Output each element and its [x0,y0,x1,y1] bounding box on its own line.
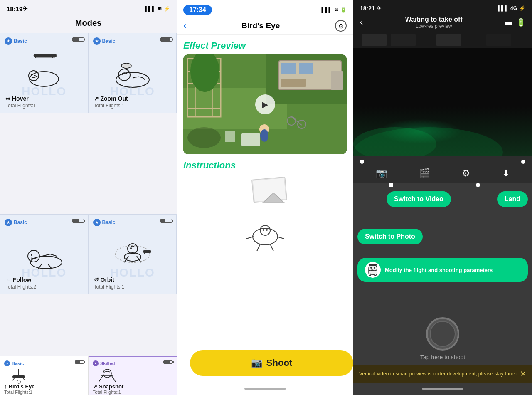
bottom-mode-snapshot[interactable]: ★ Skilled ↗ Snaps [89,356,177,395]
effect-preview-image[interactable]: ▶ [183,54,347,154]
switch-to-photo-button[interactable]: Switch to Photo [357,229,423,244]
shoot-shutter-button[interactable] [426,317,459,351]
effect-preview-title: Effect Preview [177,35,353,54]
modify-params-button[interactable]: Modify the flight and shooting parameter… [357,258,528,282]
birds-eye-flights-bottom: Total Flights:1 [4,390,84,395]
slider-dot-right-lower [476,183,480,187]
warning-close-button[interactable]: ✕ [520,369,526,378]
status-bar-1: 18:19 ✈ ▌▌▌ ≋ ⚡ [0,0,177,14]
bottom-strip: ★ Basic ↑ [0,356,177,395]
orbit-name: ↺ Orbit [94,276,172,283]
badge-follow: ★ Basic [5,219,27,226]
battery-icon: ⚡ [164,6,170,12]
camera-view [353,32,532,156]
badge-icon-follow: ★ [5,219,12,226]
battery-follow [72,219,84,223]
p2-title: Bird's Eye [241,21,280,30]
svg-line-72 [257,244,260,251]
bottom-mode-items: ★ Basic ↑ [0,356,177,395]
svg-point-69 [266,229,268,231]
snapshot-mini-svg [93,367,122,384]
land-button[interactable]: Land [497,191,528,207]
switch-to-video-button[interactable]: Switch to Video [387,191,451,207]
status-left-2: 17:34 [183,5,212,15]
mode-card-zoom-out[interactable]: ★ Basic HOLLO ↗ [89,33,177,113]
home-bar-3 [422,388,463,390]
svg-point-23 [128,244,138,254]
signal-3: ▌▌▌ [498,5,508,11]
status-bar-3: 18:21 ✈ ▌▌▌ 4G ⚡ [353,0,532,13]
shoot-button[interactable]: 📷 Shoot [190,350,353,376]
connector-line-right [478,187,478,200]
svg-point-6 [31,74,32,76]
camera-video-icon[interactable]: 🎬 [419,168,430,179]
time-3: 18:21 [360,5,375,12]
play-button[interactable]: ▶ [255,94,275,114]
svg-line-16 [50,254,57,256]
badge-hover: ★ Basic [5,37,27,45]
switch-to-photo-label: Switch to Photo [365,233,415,240]
mode-card-follow[interactable]: ★ Basic [0,214,89,294]
svg-point-32 [17,380,20,383]
svg-point-4 [29,71,39,81]
camera-settings-icon[interactable]: ⚙ [462,168,470,179]
network-3: 4G [510,5,517,11]
shoot-label: Shoot [266,358,292,368]
battery-level-icon: ▬ [505,18,512,27]
svg-rect-79 [486,34,511,46]
p2-settings-button[interactable]: ⊙ [335,20,347,32]
tap-to-shoot-label: Tap here to shoot [420,354,465,360]
svg-point-33 [103,369,111,378]
p2-back-button[interactable]: ‹ [183,20,186,31]
signal-2: ▌▌▌ [321,7,332,13]
bottom-mode-birds-eye[interactable]: ★ Basic ↑ [0,356,89,395]
home-bar-2 [244,388,286,390]
p3-subtitle: Low-res preview [416,23,452,29]
zoom-out-name: ↗ Zoom Out [94,95,172,102]
p3-title: Waiting to take off [405,16,463,23]
svg-rect-49 [281,63,296,74]
camera-photo-icon[interactable]: 📷 [376,168,387,179]
badge-icon-zoom-out: ★ [93,37,101,45]
svg-point-60 [187,127,221,148]
status-icons-3: ▌▌▌ 4G ⚡ [498,5,525,11]
svg-rect-78 [436,34,461,46]
svg-point-24 [130,247,132,249]
snapshot-flights-bottom: Total Flights:1 [93,390,172,395]
svg-rect-77 [391,34,416,46]
switch-to-video-label: Switch to Video [394,195,443,202]
svg-line-35 [99,375,103,382]
status-icons-2: ▌▌▌ ≋ 🔋 [321,7,347,13]
p3-back-button[interactable]: ‹ [360,17,363,28]
badge-zoom-out: ★ Basic [93,37,116,45]
status-bar-2: 17:34 ▌▌▌ ≋ 🔋 [177,0,353,17]
mode-card-orbit[interactable]: ★ Basic [89,214,177,294]
hover-flights: Total Flights:1 [5,103,83,109]
location-icon-3: ✈ [377,5,382,12]
wifi-icon: ≋ [158,6,162,12]
svg-line-36 [111,375,116,382]
birds-eye-panel: 17:34 ▌▌▌ ≋ 🔋 ‹ Bird's Eye ⊙ Effect Prev… [177,0,353,395]
instructions-title: Instructions [177,154,353,174]
modify-label: Modify the flight and shooting parameter… [385,267,493,273]
home-indicator-3 [353,383,532,395]
battery-status-icon: 🔋 [516,18,525,27]
camera-panel: 18:21 ✈ ▌▌▌ 4G ⚡ ‹ Waiting to take off L… [353,0,532,395]
battery-3: ⚡ [519,5,525,11]
instructions-area [177,174,353,343]
p3-header-icons: ▬ 🔋 [505,18,525,27]
mode-card-hover[interactable]: ★ Basic HOLLO [0,33,89,113]
badge-icon-orbit: ★ [93,219,101,226]
zoom-out-flights: Total Flights:1 [94,103,172,109]
modes-title: Modes [0,14,177,33]
sliders-row [360,156,525,164]
camera-download-icon[interactable]: ⬇ [502,168,510,179]
badge-birds-eye-bottom: ★ Basic [4,360,84,366]
svg-point-66 [253,228,278,245]
svg-point-54 [260,129,268,142]
svg-rect-29 [12,375,25,378]
follow-name: ← Follow [5,276,83,283]
svg-line-73 [270,244,273,251]
svg-rect-50 [299,63,313,74]
svg-rect-0 [34,54,57,57]
